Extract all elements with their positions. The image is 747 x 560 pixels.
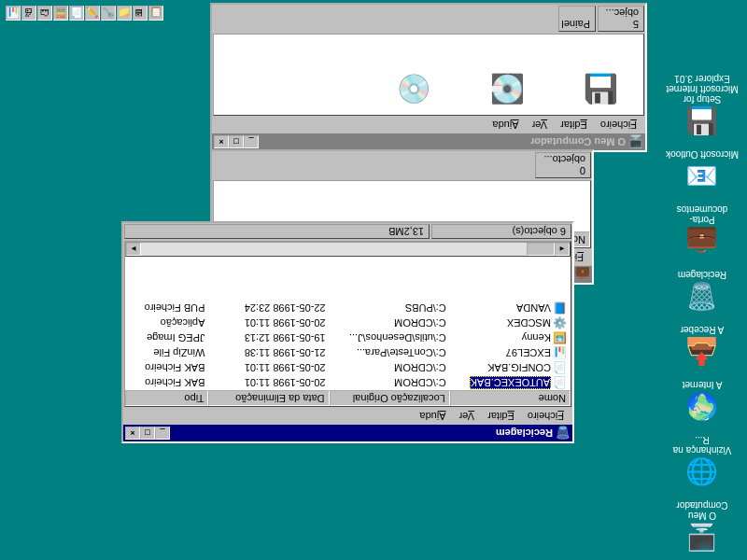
recycle-cell-2: 20-05-1998 11:01	[208, 377, 329, 388]
cdrom-drive[interactable]: 💿	[391, 76, 438, 105]
tray-icon-2[interactable]: 🖥	[133, 6, 148, 21]
recycle-file-row[interactable]: 📘VANDAC:\PUBS22-05-1998 23:24PUB Ficheir…	[125, 301, 571, 315]
mycomputer-titlebar-icon: 🖥️	[628, 134, 643, 149]
minimize-button[interactable]: _	[155, 427, 170, 440]
recycle-menu-ver[interactable]: Ver	[453, 409, 482, 424]
outlook-icon: 📧	[687, 161, 717, 191]
recycle-file-row[interactable]: 📄CONFIG.BAKC:\CDROM20-05-1998 11:01BAK F…	[125, 360, 571, 375]
my-computer-desktop-icon[interactable]: 🖥️ O Meu Computador	[665, 500, 740, 553]
network-neighborhood-label: Vizinhança na R...	[665, 435, 740, 455]
recycle-cell-1: C:\CDROM	[330, 362, 450, 373]
file-name: EXCEL97	[506, 347, 551, 358]
recycle-column-2[interactable]: Data da Eliminação	[208, 390, 329, 406]
recycle-title: Reciclagem	[170, 427, 553, 439]
recycle-file-row[interactable]: ⚙️MSCDEXC:\CDROM20-05-1998 11:01Aplicaçã…	[125, 315, 571, 330]
recycle-menu-editar[interactable]: Editar	[481, 409, 521, 424]
tray-icon-4[interactable]: 🔧	[101, 6, 116, 21]
file-name: VANDA	[516, 302, 551, 314]
tray-icon-8[interactable]: 🗂	[37, 6, 52, 21]
scroll-track[interactable]	[141, 243, 555, 256]
internet-desktop-icon[interactable]: 🌍 A Internet	[665, 380, 740, 422]
window-recycle[interactable]: 🗑️ Reciclagem _ □ × FicheiroEditarVerAju…	[121, 221, 574, 443]
file-icon: 📊	[554, 346, 567, 359]
mycomputer-menu-ajuda[interactable]: Ajuda	[486, 118, 525, 133]
recycle-cell-1: C:\utils\Desenhos\J...	[330, 332, 450, 343]
recycle-cell-0: 📄CONFIG.BAK	[450, 361, 571, 374]
outlook-label: Microsoft Outlook	[666, 149, 739, 160]
menubar-mycomputer: FicheiroEditarVerAjuda	[212, 117, 645, 133]
recycle-file-row[interactable]: 📊EXCEL97C:\ConTeste\Para...21-05-1998 11…	[125, 345, 571, 360]
tray-icon-1[interactable]: 📋	[148, 6, 163, 21]
tray-icon-10[interactable]: 📊	[6, 6, 21, 21]
file-icon: 📄	[554, 376, 567, 389]
recycle-cell-2: 21-05-1998 11:38	[208, 347, 329, 358]
recycle-cell-3: BAK Ficheiro	[125, 377, 208, 388]
statusbar-briefcase: 0 objecto...	[212, 151, 592, 179]
mycomputer-menu-editar[interactable]: Editar	[554, 118, 594, 133]
recycle-cell-2: 22-05-1998 23:24	[208, 302, 329, 314]
tray-icon-3[interactable]: 📁	[117, 6, 132, 21]
recycle-menu-ficheiro[interactable]: Ficheiro	[521, 409, 571, 424]
tray-icon-9[interactable]: 🖨	[21, 6, 36, 21]
content-recycle[interactable]: NomeLocalização OriginalData da Eliminaç…	[124, 241, 571, 407]
recycle-status-count: 6 objecto(s)	[431, 224, 571, 239]
maximize-button[interactable]: □	[229, 135, 244, 148]
network-neighborhood-desktop-icon[interactable]: 🌐 Vizinhança na R...	[665, 435, 740, 487]
recycle-cell-3: Aplicação	[125, 317, 208, 329]
file-name: CONFIG.BAK	[487, 362, 551, 373]
recycle-menu-ajuda[interactable]: Ajuda	[413, 409, 452, 424]
close-button[interactable]: ×	[125, 427, 140, 440]
maximize-button[interactable]: □	[140, 427, 155, 440]
close-button[interactable]: ×	[214, 135, 229, 148]
recycle-titlebar-icon: 🗑️	[556, 426, 571, 441]
recycle-cell-3: WinZip File	[125, 347, 208, 358]
briefcase-desktop-icon[interactable]: 💼 Porta-documentos	[665, 204, 740, 257]
scroll-right-button[interactable]: ►	[126, 243, 141, 256]
mycomputer-menu-ver[interactable]: Ver	[526, 118, 555, 133]
recycle-file-row[interactable]: 📄AUTOEXEC.BAKC:\CDROM20-05-1998 11:01BAK…	[125, 375, 571, 390]
recycle-cell-2: 19-05-1998 12:13	[208, 332, 329, 343]
outlook-desktop-icon[interactable]: 📧 Microsoft Outlook	[665, 149, 740, 191]
recycle-cell-1: C:\CDROM	[330, 317, 450, 329]
file-name: MSCDEX	[507, 317, 551, 329]
tray-icon-5[interactable]: ✏️	[85, 6, 100, 21]
inbox-desktop-icon[interactable]: 📥 A Receber	[665, 325, 740, 367]
mycomputer-menu-ficheiro[interactable]: Ficheiro	[594, 118, 643, 133]
ie-setup-desktop-icon[interactable]: 💾 Setup for Microsoft Internet Explorer …	[665, 74, 740, 136]
mycomputer-status-count: 5 objec...	[598, 6, 644, 32]
scroll-left-button[interactable]: ◄	[555, 243, 570, 256]
scroll-thumb[interactable]	[527, 243, 555, 256]
file-icon: 📄	[554, 361, 567, 374]
titlebar-mycomputer[interactable]: 🖥️ O Meu Computador _ □ ×	[212, 133, 645, 150]
tray-icon-6[interactable]: 📄	[69, 6, 84, 21]
my-computer-label: O Meu Computador	[665, 500, 740, 521]
internet-icon: 🌍	[687, 392, 717, 422]
hard-drive[interactable]: 💽	[485, 76, 531, 105]
floppy-drive[interactable]: 💾	[578, 76, 625, 105]
recycle-bin-desktop-icon[interactable]: 🗑️ Reciclagem	[665, 270, 740, 312]
ie-setup-icon: 💾	[687, 106, 717, 136]
recycle-column-1[interactable]: Localização Original	[330, 390, 450, 406]
briefcase-titlebar-icon: 💼	[575, 267, 590, 282]
recycle-file-row[interactable]: 🖼️KennyC:\utils\Desenhos\J...19-05-1998 …	[125, 330, 571, 345]
recycle-bin-icon: 🗑️	[687, 282, 717, 312]
file-icon: ⚙️	[554, 316, 567, 329]
hard-drive-icon: 💽	[491, 76, 526, 105]
tray-icon-7[interactable]: 🧮	[53, 6, 68, 21]
recycle-column-3[interactable]: Tipo	[125, 390, 208, 406]
file-icon: 📘	[554, 301, 567, 315]
recycle-cell-1: C:\PUBS	[330, 302, 450, 314]
recycle-cell-0: 📘VANDA	[450, 301, 571, 315]
inbox-icon: 📥	[687, 337, 717, 367]
content-mycomputer[interactable]: 💾💽💿	[213, 34, 644, 116]
window-my-computer[interactable]: 🖥️ O Meu Computador _ □ × FicheiroEditar…	[210, 3, 647, 152]
minimize-button[interactable]: _	[244, 135, 259, 148]
recycle-cell-3: BAK Ficheiro	[125, 362, 208, 373]
horizontal-scrollbar[interactable]: ◄ ►	[125, 242, 571, 257]
recycle-cell-0: 📊EXCEL97	[450, 346, 571, 359]
briefcase-status-count: 0 objecto...	[535, 152, 591, 178]
titlebar-recycle[interactable]: 🗑️ Reciclagem _ □ ×	[123, 425, 572, 441]
recycle-column-0[interactable]: Nome	[450, 390, 571, 406]
file-name: Kenny	[522, 332, 551, 343]
recycle-cell-2: 20-05-1998 11:01	[208, 317, 329, 329]
